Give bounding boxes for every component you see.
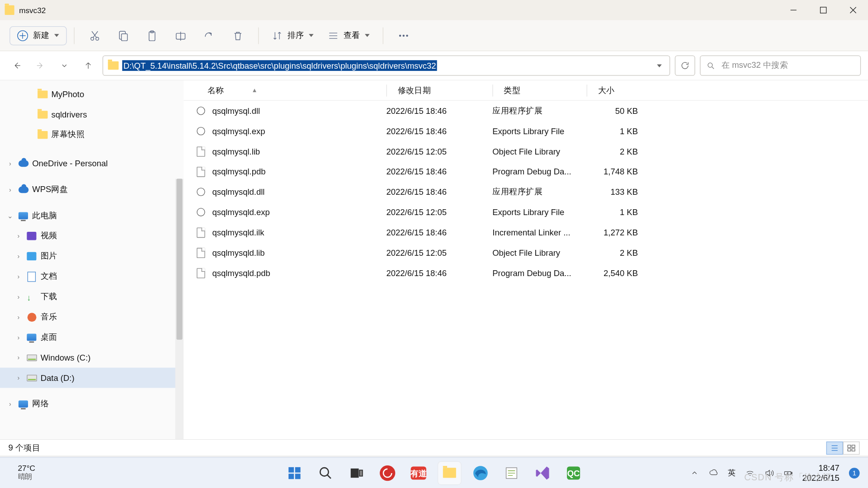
titlebar[interactable]: msvc32 — [0, 0, 868, 20]
col-type[interactable]: 类型 — [492, 84, 586, 96]
app-netease-icon[interactable] — [376, 461, 400, 485]
cut-button[interactable] — [82, 23, 108, 47]
delete-button[interactable] — [225, 23, 251, 47]
expand-icon[interactable]: ⌄ — [6, 212, 14, 220]
tree-item[interactable]: › 网络 — [0, 394, 184, 414]
app-notepad-icon[interactable] — [500, 461, 524, 485]
col-name[interactable]: 名称▲ — [196, 85, 387, 96]
column-headers[interactable]: 名称▲ 修改日期 类型 大小 — [184, 80, 868, 101]
weather-widget[interactable]: 27°C 晴朗 — [18, 464, 35, 481]
expand-icon[interactable]: › — [14, 232, 23, 239]
app-explorer-icon[interactable] — [438, 461, 462, 485]
file-row[interactable]: qsqlmysqld.pdb 2022/6/15 18:46 Program D… — [184, 263, 868, 283]
file-name: qsqlmysql.pdb — [212, 167, 386, 176]
start-button[interactable] — [283, 461, 307, 485]
ime-indicator[interactable]: 英 — [728, 468, 736, 479]
sort-button[interactable]: 排序 — [266, 27, 320, 45]
file-row[interactable]: qsqlmysqld.ilk 2022/6/15 18:46 Increment… — [184, 222, 868, 243]
folder-icon — [5, 5, 14, 15]
search-input[interactable]: 在 msvc32 中搜索 — [700, 56, 861, 76]
tree-item[interactable]: › 视频 — [0, 226, 184, 246]
file-row[interactable]: qsqlmysqld.exp 2022/6/15 12:05 Exports L… — [184, 202, 868, 222]
file-row[interactable]: qsqlmysqld.lib 2022/6/15 12:05 Object Fi… — [184, 243, 868, 263]
tree-item[interactable]: ⌄ 此电脑 — [0, 206, 184, 226]
recent-button[interactable] — [55, 56, 74, 75]
up-button[interactable] — [79, 56, 98, 75]
tree-item[interactable]: › OneDrive - Personal — [0, 153, 184, 174]
address-path[interactable]: D:\QT_5.14\install\5.14.2\Src\qtbase\src… — [122, 60, 437, 71]
app-vs-icon[interactable] — [531, 461, 555, 485]
share-button[interactable] — [196, 23, 222, 47]
refresh-button[interactable] — [675, 56, 695, 76]
file-name: qsqlmysqld.exp — [212, 207, 386, 217]
details-view-button[interactable] — [826, 441, 843, 454]
address-bar[interactable]: D:\QT_5.14\install\5.14.2\Src\qtbase\src… — [103, 56, 670, 76]
file-row[interactable]: qsqlmysql.lib 2022/6/15 12:05 Object Fil… — [184, 141, 868, 162]
more-button[interactable] — [391, 23, 417, 47]
tree-item[interactable]: › 音乐 — [0, 307, 184, 327]
tree-item-label: 音乐 — [41, 312, 57, 323]
chevron-down-icon — [54, 34, 59, 37]
file-icon — [196, 126, 207, 136]
file-row[interactable]: qsqlmysqld.dll 2022/6/15 18:46 应用程序扩展 13… — [184, 182, 868, 202]
tree-item[interactable]: › 图片 — [0, 246, 184, 267]
search-button[interactable] — [314, 461, 338, 485]
expand-icon[interactable]: › — [14, 354, 23, 361]
plus-icon — [17, 30, 28, 41]
app-youdao-icon[interactable]: 有道 — [406, 461, 430, 485]
explorer-window: msvc32 新建 排序 — [0, 0, 868, 456]
nav-pane[interactable]: MyPhoto sqldrivers 屏幕快照 › OneDrive - Per… — [0, 80, 184, 439]
close-button[interactable] — [838, 0, 868, 20]
nav-scrollbar[interactable] — [175, 179, 184, 439]
tree-item[interactable]: sqldrivers — [0, 104, 184, 125]
tree-item[interactable]: › Data (D:) — [0, 368, 184, 388]
pic-icon — [26, 251, 37, 262]
file-name: qsqlmysqld.pdb — [212, 268, 386, 277]
video-icon — [26, 230, 37, 241]
expand-icon[interactable]: › — [14, 293, 23, 300]
taskview-button[interactable] — [344, 461, 368, 485]
back-button[interactable] — [7, 56, 26, 75]
tree-item[interactable]: › 桌面 — [0, 327, 184, 347]
maximize-button[interactable] — [808, 0, 838, 20]
view-button[interactable]: 查看 — [322, 27, 376, 45]
taskbar[interactable]: 27°C 晴朗 有道 QC 英 18:47 2022/6/15 — [0, 457, 868, 488]
app-qt-icon[interactable]: QC — [561, 461, 585, 485]
tree-item[interactable]: › 文档 — [0, 266, 184, 286]
rename-button[interactable] — [168, 23, 194, 47]
file-date: 2022/6/15 18:46 — [387, 167, 493, 176]
tree-item[interactable]: › Windows (C:) — [0, 347, 184, 368]
icons-view-button[interactable] — [843, 441, 860, 454]
file-row[interactable]: qsqlmysql.dll 2022/6/15 18:46 应用程序扩展 50 … — [184, 101, 868, 121]
app-edge-icon[interactable] — [468, 461, 492, 485]
col-size[interactable]: 大小 — [587, 84, 644, 96]
new-button[interactable]: 新建 — [9, 26, 67, 45]
col-date[interactable]: 修改日期 — [387, 84, 493, 96]
tree-item[interactable]: MyPhoto — [0, 84, 184, 104]
onedrive-icon[interactable] — [709, 468, 718, 478]
expand-icon[interactable]: › — [14, 333, 23, 341]
paste-button[interactable] — [139, 23, 165, 47]
expand-icon[interactable]: › — [6, 160, 14, 167]
forward-button[interactable] — [31, 56, 50, 75]
file-row[interactable]: qsqlmysql.pdb 2022/6/15 18:46 Program De… — [184, 161, 868, 182]
minimize-button[interactable] — [778, 0, 808, 20]
expand-icon[interactable]: › — [14, 273, 23, 280]
svg-rect-0 — [821, 7, 826, 13]
expand-icon[interactable]: › — [6, 400, 14, 408]
tree-item[interactable]: 屏幕快照 — [0, 125, 184, 145]
copy-button[interactable] — [110, 23, 137, 47]
address-chevron[interactable] — [653, 64, 666, 67]
tree-item[interactable]: › ↓ 下载 — [0, 286, 184, 307]
file-row[interactable]: qsqlmysql.exp 2022/6/15 18:46 Exports Li… — [184, 121, 868, 141]
expand-icon[interactable]: › — [6, 186, 14, 193]
svg-text:QC: QC — [567, 468, 580, 478]
tree-item-label: WPS网盘 — [32, 184, 68, 195]
file-list[interactable]: 名称▲ 修改日期 类型 大小 qsqlmysql.dll 2022/6/15 1… — [184, 80, 868, 439]
notification-badge[interactable]: 1 — [849, 468, 860, 479]
expand-icon[interactable]: › — [14, 314, 23, 321]
expand-icon[interactable]: › — [14, 374, 23, 381]
expand-icon[interactable]: › — [14, 253, 23, 260]
tree-item[interactable]: › WPS网盘 — [0, 179, 184, 200]
tray-expand-icon[interactable] — [689, 468, 699, 478]
